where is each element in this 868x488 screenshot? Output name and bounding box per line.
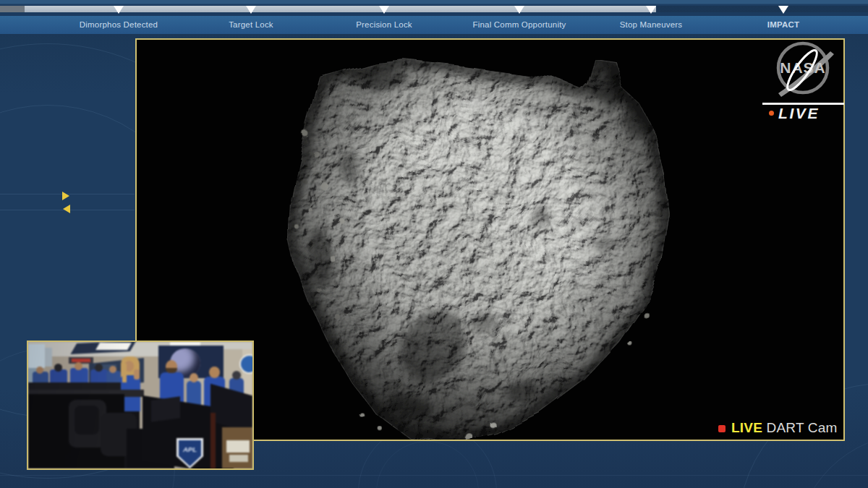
svg-text:NASA: NASA — [780, 59, 826, 76]
